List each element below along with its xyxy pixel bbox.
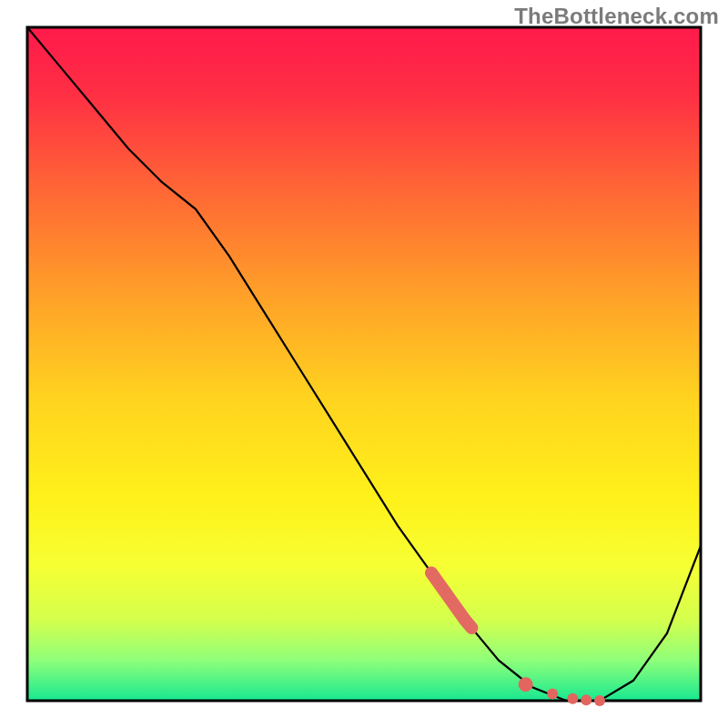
svg-point-1 [547,689,558,700]
svg-point-2 [567,693,578,704]
bottleneck-chart [0,0,728,728]
chart-stage: TheBottleneck.com [0,0,728,728]
svg-point-0 [519,677,533,692]
svg-point-3 [581,694,592,705]
svg-point-4 [594,695,605,706]
plot-background [27,27,701,701]
